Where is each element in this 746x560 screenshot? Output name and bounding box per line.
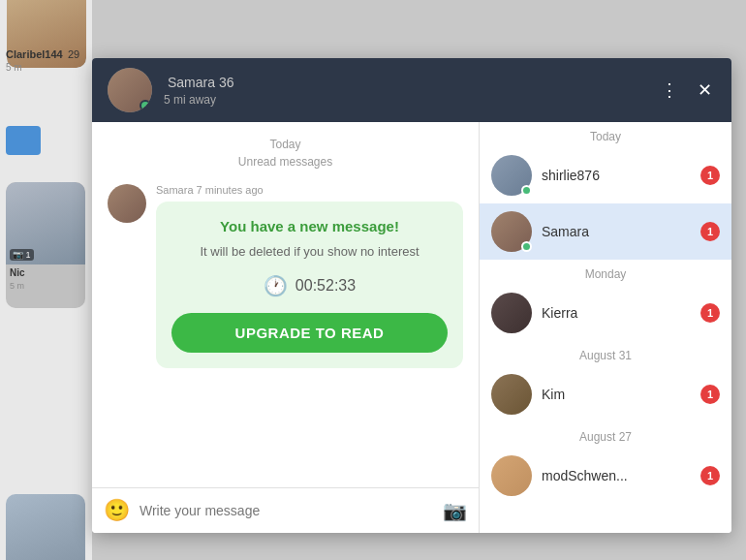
header-actions: ⋮ ✕	[657, 76, 716, 105]
contact-avatar-modschwen	[491, 455, 532, 496]
chat-modal: Samara36 5 mi away ⋮ ✕ Today Unread mess…	[92, 58, 731, 533]
unread-badge-kierra: 1	[700, 303, 720, 323]
sidebar-name-1: Claribel144	[6, 48, 63, 60]
sidebar-action-btn[interactable]	[6, 126, 41, 155]
message-bubble: You have a new message! It will be delet…	[156, 202, 463, 368]
contact-avatar-kim	[491, 374, 532, 415]
emoji-button[interactable]: 🙂	[104, 498, 130, 523]
sidebar-meta-2: 5 m	[6, 281, 85, 291]
section-today: Today	[480, 122, 731, 147]
contact-avatar-shirlie	[491, 155, 532, 196]
contact-avatar-samara	[491, 211, 532, 252]
contact-name-modschwen: modSchwen...	[542, 468, 691, 483]
sidebar-age-1: 29	[68, 48, 79, 60]
contact-name-kim: Kim	[542, 387, 691, 402]
sidebar-card-2[interactable]: 📷 1 Nic 5 m	[6, 182, 85, 308]
section-monday: Monday	[480, 260, 731, 285]
upgrade-to-read-button[interactable]: UPGRADE TO READ	[171, 313, 448, 353]
unread-badge-kim: 1	[700, 385, 720, 404]
unread-divider: Unread messages	[108, 155, 463, 169]
contact-samara[interactable]: Samara 1	[480, 203, 731, 260]
more-options-button[interactable]: ⋮	[657, 76, 682, 105]
contact-avatar-kierra	[491, 293, 532, 333]
chat-body: Today Unread messages Samara 7 minutes a…	[92, 122, 731, 533]
contact-distance: 5 mi away	[164, 93, 657, 107]
online-status-dot	[140, 100, 151, 111]
unread-badge-modschwen: 1	[700, 466, 720, 485]
contacts-panel: Today shirlie876 1 Samara 1	[480, 122, 731, 533]
contact-name-samara: Samara	[542, 224, 691, 239]
header-info: Samara36 5 mi away	[164, 74, 657, 107]
photo-count: 📷 1	[10, 249, 34, 261]
contact-name-shirlie: shirlie876	[542, 168, 691, 183]
sidebar-card-3[interactable]	[6, 494, 85, 560]
section-aug31: August 31	[480, 341, 731, 366]
timer-display: 00:52:33	[295, 277, 356, 295]
contact-name-kierra: Kierra	[542, 305, 691, 321]
online-dot-shirlie	[521, 185, 532, 196]
contact-shirlie876[interactable]: shirlie876 1	[480, 147, 731, 203]
chat-header: Samara36 5 mi away ⋮ ✕	[92, 58, 731, 122]
bubble-title: You have a new message!	[171, 217, 448, 236]
message-row: Samara 7 minutes ago You have a new mess…	[108, 184, 463, 368]
contact-age: 36	[219, 75, 234, 90]
message-sender-time: Samara 7 minutes ago	[156, 184, 463, 196]
section-aug27: August 27	[480, 422, 731, 448]
camera-button[interactable]: 📷	[443, 499, 467, 522]
unread-badge-shirlie: 1	[700, 166, 720, 185]
unread-badge-samara: 1	[700, 222, 720, 241]
avatar	[108, 68, 152, 112]
left-sidebar: Claribel144 29 5 m 📷 1 Nic 5 m	[0, 0, 92, 560]
contacts-scroll[interactable]: Today shirlie876 1 Samara 1	[480, 122, 731, 533]
chat-messages: Today Unread messages Samara 7 minutes a…	[92, 122, 479, 487]
clock-icon: 🕐	[264, 274, 288, 297]
date-divider: Today	[108, 138, 463, 151]
close-button[interactable]: ✕	[694, 76, 716, 105]
bubble-timer-row: 🕐 00:52:33	[171, 274, 448, 297]
online-dot-samara	[521, 241, 532, 252]
sidebar-meta-1: 5 m	[6, 62, 22, 73]
contact-kim[interactable]: Kim 1	[480, 366, 731, 422]
sidebar-name-2: Nic	[6, 264, 85, 281]
bubble-subtitle: It will be deleted if you show no intere…	[171, 244, 448, 259]
message-input[interactable]	[140, 503, 433, 518]
message-avatar	[108, 184, 146, 223]
chat-main: Today Unread messages Samara 7 minutes a…	[92, 122, 480, 533]
contact-modschwen[interactable]: modSchwen... 1	[480, 448, 731, 504]
message-content: Samara 7 minutes ago You have a new mess…	[156, 184, 463, 368]
contact-kierra[interactable]: Kierra 1	[480, 285, 731, 341]
chat-input-bar: 🙂 📷	[92, 487, 479, 533]
contact-name: Samara36	[164, 74, 657, 91]
